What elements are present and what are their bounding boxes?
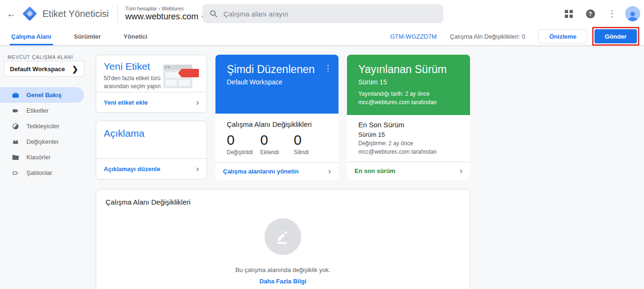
chevron-right-icon: ❯ [72,65,78,74]
more-info-link[interactable]: Daha Fazla Bilgi [259,278,306,285]
templates-icon [11,169,20,177]
now-editing-title: Şimdi Düzenlenen [227,63,327,76]
published-date: Yayınlandığı tarih: 2 ay önce [358,90,459,98]
latest-version-info: En Son Sürüm Sürüm 15 Değiştirme: 2 ay ö… [347,115,470,162]
now-editing-hero: Şimdi Düzenlenen Default Workspace ⋮ [215,55,339,114]
manage-workspaces-action[interactable]: Çalışma alanlarını yönetin › [215,162,339,180]
folder-icon [11,153,20,162]
preview-button[interactable]: Önizleme [538,29,587,43]
edit-description-action[interactable]: Açıklamayı düzenle › [96,158,206,179]
apps-grid-icon[interactable] [560,5,577,22]
published-title: Yayınlanan Sürüm [358,63,459,76]
stat-added-label: Eklendi [260,149,294,156]
header-divider [117,5,118,22]
tab-calisma-alani[interactable]: Çalışma Alanı [9,27,53,45]
tabs: Çalışma Alanı Sürümler Yönetici [9,27,168,45]
stat-modified-value: 0 [227,132,260,148]
sidebar-item-etiketler[interactable]: Etiketler [0,103,93,118]
new-tag-description: 50'den fazla etiket türü arasından seçim… [104,74,163,91]
edit-description-label: Açıklamayı düzenle [104,165,160,173]
sidebar-item-label: Genel Bakış [26,91,61,99]
stat-modified-label: Değiştirildi [227,149,260,156]
description-title: Açıklama [104,128,199,139]
search-input[interactable] [223,10,437,18]
current-workspace-label: MEVCUT ÇALIŞMA ALANI [8,55,73,60]
help-icon[interactable]: ? [582,5,599,22]
search-icon [209,9,218,18]
stat-deleted-label: Silindi [294,149,327,156]
account-breadcrumb-block: Tüm hesaplar›Webtures www.webtures.com ▾ [125,6,205,22]
add-new-tag-action[interactable]: Yeni etiket ekle › [96,92,206,112]
sidebar: MEVCUT ÇALIŞMA ALANI Default Workspace ❯… [0,45,93,289]
stat-added: 0 Eklendi [260,132,294,156]
sidebar-item-degiskenler[interactable]: Değişkenler [0,134,93,149]
chevron-right-icon: › [328,166,331,176]
new-tag-card: Yeni Etiket 50'den fazla etiket türü ara… [96,55,207,113]
sidebar-nav: Genel Bakış Etiketler Tetikleyiciler Değ… [0,87,93,181]
sidebar-item-label: Etiketler [26,107,49,114]
workspace-name: Default Workspace [10,66,65,73]
tabbar-actions: GTM-WGZZD7M Çalışma Aln Değişiklikleri: … [390,27,639,45]
submit-button[interactable]: Gönder [594,29,637,43]
chevron-right-icon: › [196,164,199,174]
published-version: Sürüm 15 [358,78,459,86]
breadcrumb: Tüm hesaplar›Webtures [125,6,205,11]
sidebar-item-tetikleyiciler[interactable]: Tetikleyiciler [0,118,93,134]
workspace-changes-count: Çalışma Aln Değişiklikleri: 0 [450,33,525,40]
latest-version-link: En son sürüm [355,167,396,174]
now-editing-card: Şimdi Düzenlenen Default Workspace ⋮ Çal… [215,55,339,180]
container-id-link[interactable]: GTM-WGZZD7M [390,33,437,40]
app-title: Etiket Yöneticisi [42,8,109,19]
sidebar-item-label: Klasörler [26,154,50,161]
now-editing-workspace: Default Workspace [227,78,327,86]
overview-icon [11,91,20,99]
sidebar-item-sablonlar[interactable]: Şablonlar [0,165,93,181]
stat-added-value: 0 [260,132,294,148]
breadcrumb-root[interactable]: Tüm hesaplar [125,6,157,11]
workspace-changes-stats: Çalışma Alanı Değişiklikleri 0 Değiştiri… [215,114,339,162]
header-actions: ? ⋮ [560,0,640,27]
add-new-tag-label: Yeni etiket ekle [104,99,148,106]
breadcrumb-separator: › [158,6,160,11]
breadcrumb-current[interactable]: Webtures [162,6,184,11]
sidebar-item-label: Tetikleyiciler [26,123,59,130]
sidebar-item-label: Değişkenler [26,138,59,145]
sidebar-item-genel-bakis[interactable]: Genel Bakış [0,87,84,103]
workspace-changes-card: Çalışma Alanı Değişiklikleri Bu çalışma … [96,189,470,289]
latest-modified-by: mcc@webtures.com tarafından [358,148,459,156]
latest-modified: Değiştirme: 2 ay önce [358,140,459,148]
sidebar-item-klasorler[interactable]: Klasörler [0,149,93,165]
published-by: mcc@webtures.com tarafından [358,98,459,107]
edit-pencil-icon [274,228,292,246]
workspace-tabbar: Çalışma Alanı Sürümler Yönetici GTM-WGZZ… [0,27,644,45]
latest-version-number: Sürüm 15 [358,131,459,138]
stat-deleted: 0 Silindi [294,132,327,156]
tab-yonetici[interactable]: Yönetici [122,27,149,45]
published-hero: Yayınlanan Sürüm Sürüm 15 Yayınlandığı t… [347,55,470,115]
user-avatar[interactable] [625,6,640,21]
stat-deleted-value: 0 [294,132,327,148]
pencil-circle [264,218,301,255]
description-card: Açıklama Açıklamayı düzenle › [96,121,207,180]
back-icon[interactable]: ← [2,4,21,23]
card-menu-icon[interactable]: ⋮ [324,63,332,73]
annotation-highlight-box: Gönder [592,27,639,46]
main-content: MEVCUT ÇALIŞMA ALANI Default Workspace ❯… [0,45,644,289]
empty-message: Bu çalışma alanında değişiklik yok. [235,266,330,273]
published-version-card: Yayınlanan Sürüm Sürüm 15 Yayınlandığı t… [347,55,470,180]
container-name: www.webtures.com [125,12,198,22]
app-header: ← Etiket Yöneticisi Tüm hesaplar›Webture… [0,0,644,27]
tag-icon [11,107,20,115]
variables-icon [11,138,20,146]
stats-title: Çalışma Alanı Değişiklikleri [227,120,327,128]
workspace-changes-title: Çalışma Alanı Değişiklikleri [96,190,470,206]
trigger-icon [11,122,20,131]
container-selector[interactable]: www.webtures.com ▾ [125,12,205,22]
workspace-selector[interactable]: Default Workspace ❯ [4,61,84,77]
tab-surumler[interactable]: Sürümler [72,27,103,45]
stat-modified: 0 Değiştirildi [227,132,260,156]
overflow-menu-icon[interactable]: ⋮ [603,5,620,22]
latest-version-title: En Son Sürüm [358,121,459,129]
latest-version-action[interactable]: En son sürüm › [347,162,470,180]
workspace-search[interactable] [203,4,443,23]
